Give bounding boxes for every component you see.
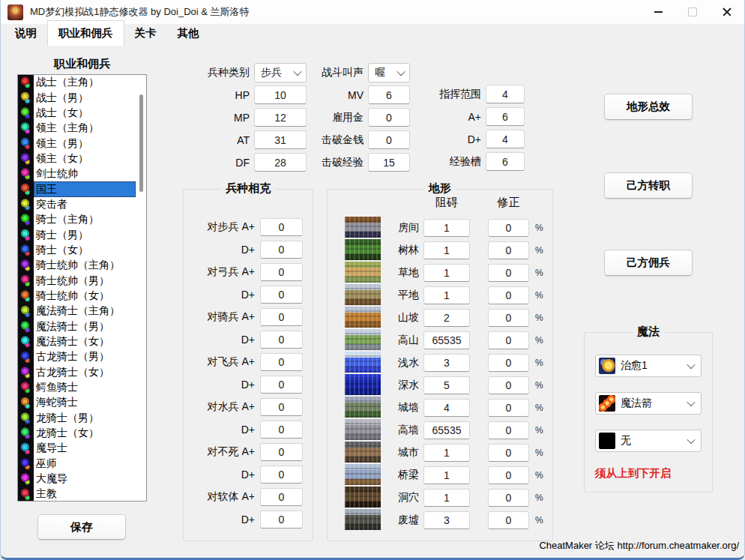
magic-slot-2-dropdown[interactable]: 无	[595, 430, 702, 452]
list-item[interactable]: 骑士统帅（女）	[18, 289, 146, 304]
terrain-mod-field[interactable]: 0	[488, 511, 529, 529]
counter-field[interactable]: 0	[260, 466, 303, 484]
tab-1[interactable]: 职业和佣兵	[47, 20, 124, 46]
counter-field[interactable]: 0	[260, 488, 303, 506]
side-button-2[interactable]: 己方佣兵	[604, 250, 693, 276]
terrain-mod-field[interactable]: 0	[488, 466, 529, 484]
list-item[interactable]: 巫师	[18, 457, 146, 472]
stat3-0-field[interactable]: 4	[486, 85, 525, 103]
list-item[interactable]: 龙骑士（女）	[18, 426, 146, 441]
list-item[interactable]: 魔导士	[18, 441, 146, 456]
terrain-mod-field[interactable]: 0	[488, 376, 529, 394]
terrain-block-field[interactable]: 1	[423, 466, 470, 484]
terrain-block-field[interactable]: 1	[423, 286, 470, 304]
list-item[interactable]: 骑士统帅（男）	[18, 273, 146, 288]
terrain-block-field[interactable]: 1	[423, 241, 470, 259]
counter-field[interactable]: 0	[260, 421, 303, 439]
stat-df-field[interactable]: 28	[254, 153, 307, 172]
list-item[interactable]: 骑士统帅（主角）	[18, 258, 146, 273]
save-button[interactable]: 保存	[37, 514, 126, 540]
side-button-1[interactable]: 己方转职	[604, 172, 693, 199]
list-item[interactable]: 魔法骑士（女）	[18, 334, 146, 349]
list-item[interactable]: 战士（主角）	[18, 75, 146, 90]
list-item[interactable]: 魔法骑士（主角）	[18, 304, 146, 319]
list-item[interactable]: 战士（男）	[18, 90, 146, 105]
terrain-block-field[interactable]: 2	[423, 309, 470, 327]
counter-field[interactable]: 0	[260, 241, 303, 259]
terrain-block-field[interactable]: 1	[423, 444, 470, 462]
list-item[interactable]: 国王	[18, 181, 146, 196]
terrain-block-field[interactable]: 5	[423, 376, 470, 394]
terrain-block-field[interactable]: 3	[423, 354, 470, 372]
roster-listbox[interactable]: 战士（主角）战士（男）战士（女）领主（主角）领主（男）领主（女）剑士统帅国王突击…	[17, 74, 147, 502]
tab-3[interactable]: 其他	[167, 22, 210, 46]
counter-field[interactable]: 0	[260, 308, 303, 326]
terrain-mod-field[interactable]: 0	[488, 241, 529, 259]
stat-mp-field[interactable]: 12	[254, 108, 307, 127]
close-button[interactable]	[710, 0, 744, 24]
list-item[interactable]: 领主（男）	[18, 136, 146, 151]
list-item[interactable]: 突击者	[18, 197, 146, 212]
counter-field[interactable]: 0	[260, 218, 303, 236]
list-item[interactable]: 战士（女）	[18, 106, 146, 121]
magic-slot-1-dropdown[interactable]: 魔法箭	[595, 392, 702, 415]
terrain-block-field[interactable]: 3	[423, 511, 470, 529]
list-item[interactable]: 领主（主角）	[18, 121, 146, 136]
list-item[interactable]: 剑士统帅	[18, 166, 146, 181]
list-item[interactable]: 古龙骑士（女）	[18, 365, 146, 380]
stat2-3-field[interactable]: 15	[368, 153, 410, 172]
terrain-block-field[interactable]: 4	[423, 399, 470, 417]
counter-field[interactable]: 0	[260, 443, 303, 461]
counter-field[interactable]: 0	[260, 511, 303, 529]
stat3-2-field[interactable]: 4	[486, 130, 525, 148]
maximize-button[interactable]	[675, 0, 710, 24]
list-item[interactable]: 主教	[18, 487, 146, 502]
terrain-mod-field[interactable]: 0	[488, 444, 529, 462]
terrain-block-field[interactable]: 65535	[423, 421, 470, 439]
terrain-block-field[interactable]: 1	[423, 489, 470, 507]
terrain-mod-field[interactable]: 0	[488, 219, 529, 237]
list-item[interactable]: 古龙骑士（男）	[18, 349, 146, 364]
terrain-block-field[interactable]: 1	[423, 264, 470, 282]
list-item[interactable]: 骑士（女）	[18, 243, 146, 258]
minimize-button[interactable]	[641, 0, 675, 24]
counter-field[interactable]: 0	[260, 376, 303, 394]
counter-field[interactable]: 0	[260, 286, 303, 304]
list-item[interactable]: 大魔导	[18, 472, 146, 487]
stat3-1-field[interactable]: 6	[486, 107, 525, 126]
stat-at-field[interactable]: 31	[254, 130, 307, 149]
list-item[interactable]: 龙骑士（男）	[18, 411, 146, 426]
counter-field[interactable]: 0	[260, 331, 303, 349]
unit-class-dropdown[interactable]: 步兵	[254, 63, 307, 82]
counter-field[interactable]: 0	[260, 263, 303, 281]
terrain-mod-field[interactable]: 0	[488, 421, 529, 439]
stat-hp-field[interactable]: 10	[254, 85, 307, 104]
stat2-1-field[interactable]: 0	[368, 108, 410, 127]
list-item[interactable]: 海蛇骑士	[18, 395, 146, 410]
stat2-2-field[interactable]: 0	[368, 130, 410, 149]
terrain-mod-field[interactable]: 0	[488, 331, 529, 349]
counter-field[interactable]: 0	[260, 353, 303, 371]
magic-slot-0-dropdown[interactable]: 治愈1	[595, 355, 702, 377]
counter-field[interactable]: 0	[260, 398, 303, 416]
list-item[interactable]: 魔法骑士（男）	[18, 319, 146, 334]
list-item[interactable]: 骑士（主角）	[18, 212, 146, 227]
terrain-mod-field[interactable]: 0	[488, 399, 529, 417]
stat3-3-field[interactable]: 6	[486, 152, 525, 171]
terrain-block-field[interactable]: 65535	[423, 331, 470, 349]
terrain-mod-field[interactable]: 0	[488, 309, 529, 327]
terrain-block-field[interactable]: 1	[423, 219, 470, 237]
terrain-mod-field[interactable]: 0	[488, 354, 529, 372]
stat2-0-field[interactable]: 6	[368, 85, 410, 104]
list-item[interactable]: 领主（女）	[18, 151, 146, 166]
tab-2[interactable]: 关卡	[124, 22, 167, 46]
terrain-mod-field[interactable]: 0	[488, 286, 529, 304]
tab-0[interactable]: 说明	[4, 22, 47, 46]
list-item[interactable]: 骑士（男）	[18, 227, 146, 242]
terrain-mod-field[interactable]: 0	[488, 489, 529, 507]
battle-cry-dropdown[interactable]: 喔	[368, 63, 410, 82]
side-button-0[interactable]: 地形总效	[604, 94, 693, 120]
list-item[interactable]: 鳄鱼骑士	[18, 380, 146, 395]
terrain-mod-field[interactable]: 0	[488, 264, 529, 282]
roster-scrollbar-thumb[interactable]	[139, 94, 143, 192]
